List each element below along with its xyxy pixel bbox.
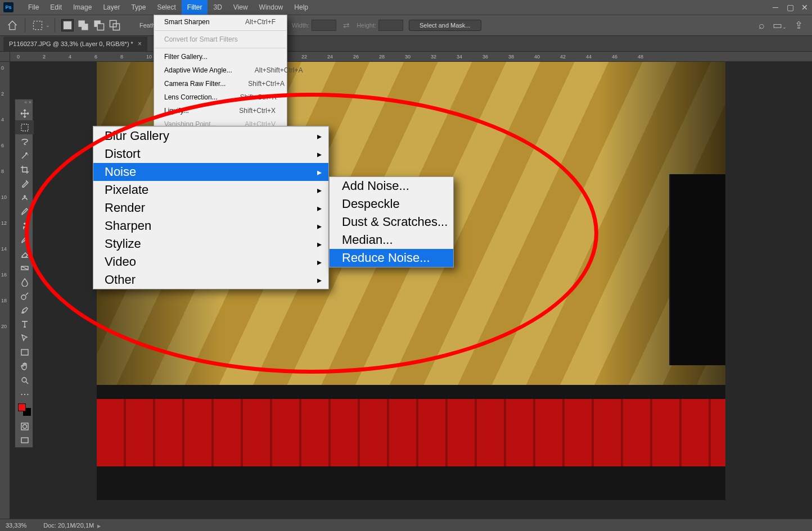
share-icon[interactable]: ⇪ <box>795 19 803 31</box>
document-info[interactable]: Doc: 20,1M/20,1M <box>43 522 101 529</box>
tool-eyedropper[interactable] <box>15 176 34 190</box>
menu-edit[interactable]: Edit <box>44 0 67 15</box>
tool-eraser[interactable] <box>15 247 34 261</box>
menu-item-distort[interactable]: Distort▸ <box>93 145 328 163</box>
svg-rect-5 <box>97 24 103 30</box>
screen-mode-icon[interactable] <box>15 433 34 447</box>
ruler-tick: 10 <box>146 54 152 60</box>
tool-dodge[interactable] <box>15 289 34 303</box>
tool-pen[interactable] <box>15 303 34 317</box>
ruler-tick: 6 <box>1 143 4 148</box>
menu-item-shortcut: Shift+Ctrl+X <box>239 107 276 115</box>
status-bar: 33,33% Doc: 20,1M/20,1M <box>0 519 812 531</box>
menu-type[interactable]: Type <box>125 0 151 15</box>
selection-new-icon[interactable] <box>61 19 74 31</box>
foreground-color-swatch[interactable] <box>18 403 26 411</box>
zoom-level[interactable]: 33,33% <box>6 522 26 529</box>
menu-item-video[interactable]: Video▸ <box>93 253 328 271</box>
edit-toolbar-icon[interactable]: ⋯ <box>15 387 34 401</box>
tool-zoom[interactable] <box>15 373 34 387</box>
menu-item-label: Other <box>105 273 136 287</box>
swap-dimensions-icon[interactable]: ⇄ <box>343 21 350 30</box>
menu-file[interactable]: File <box>22 0 44 15</box>
tool-brush[interactable] <box>15 205 34 219</box>
height-input[interactable] <box>378 20 403 31</box>
menu-item-label: Filter Gallery... <box>164 53 207 61</box>
svg-rect-13 <box>21 423 28 430</box>
selection-subtract-icon[interactable] <box>93 19 105 31</box>
menu-item-label: Smart Sharpen <box>164 18 210 26</box>
menu-item-pixelate[interactable]: Pixelate▸ <box>93 181 328 199</box>
ruler-tick: 20 <box>1 324 7 329</box>
menu-view[interactable]: View <box>228 0 254 15</box>
menu-item-label: Convert for Smart Filters <box>164 35 238 43</box>
menu-select[interactable]: Select <box>151 0 181 15</box>
tool-hand[interactable] <box>15 359 34 373</box>
tool-move[interactable] <box>15 106 34 120</box>
menu-item-adaptive-wide-angle[interactable]: Adaptive Wide Angle...Alt+Shift+Ctrl+A <box>154 63 287 77</box>
menu-item-lens-correction[interactable]: Lens Correction...Shift+Ctrl+R <box>154 90 287 104</box>
menu-help[interactable]: Help <box>288 0 314 15</box>
tool-gradient[interactable] <box>15 261 34 275</box>
menu-image[interactable]: Image <box>67 0 97 15</box>
menu-item-median[interactable]: Median... <box>330 231 453 249</box>
ruler-tick: 2 <box>1 91 4 97</box>
document-tab[interactable]: P1160237.JPG @ 33,3% (Layer 0, RGB/8*) *… <box>3 37 147 51</box>
ruler-tick: 22 <box>301 54 307 60</box>
submenu-arrow-icon: ▸ <box>317 131 322 142</box>
menu-item-other[interactable]: Other▸ <box>93 271 328 289</box>
tool-crop[interactable] <box>15 162 34 176</box>
tool-magic-wand[interactable] <box>15 148 34 162</box>
document-tab-bar: P1160237.JPG @ 33,3% (Layer 0, RGB/8*) *… <box>0 36 812 52</box>
tool-lasso[interactable] <box>15 134 34 148</box>
home-icon[interactable] <box>6 19 19 31</box>
menu-item-stylize[interactable]: Stylize▸ <box>93 235 328 253</box>
tool-rectangle[interactable] <box>15 345 34 359</box>
marquee-preset-icon[interactable] <box>31 19 44 31</box>
menu-item-render[interactable]: Render▸ <box>93 199 328 217</box>
tool-history-brush[interactable] <box>15 233 34 247</box>
tool-path-select[interactable] <box>15 331 34 345</box>
menu-item-label: Lens Correction... <box>164 93 218 101</box>
menu-window[interactable]: Window <box>254 0 289 15</box>
tool-clone[interactable] <box>15 219 34 233</box>
close-icon[interactable]: × <box>138 40 142 48</box>
menu-item-filter-gallery[interactable]: Filter Gallery... <box>154 50 287 63</box>
menu-item-liquify[interactable]: Liquify...Shift+Ctrl+X <box>154 104 287 117</box>
tool-spot-heal[interactable] <box>15 190 34 205</box>
menu-item-camera-raw-filter[interactable]: Camera Raw Filter...Shift+Ctrl+A <box>154 77 287 90</box>
selection-intersect-icon[interactable] <box>109 19 121 31</box>
menu-item-blur-gallery[interactable]: Blur Gallery▸ <box>93 127 328 145</box>
menu-item-convert-smart-filters: Convert for Smart Filters <box>154 33 287 46</box>
tool-marquee[interactable] <box>15 120 34 134</box>
selection-add-icon[interactable] <box>77 19 89 31</box>
search-icon[interactable]: ⌕ <box>759 20 765 31</box>
tool-type[interactable] <box>15 317 34 331</box>
menu-item-dust-scratches[interactable]: Dust & Scratches... <box>330 213 453 231</box>
menu-item-sharpen[interactable]: Sharpen▸ <box>93 217 328 235</box>
color-swatches[interactable] <box>15 401 34 419</box>
workspace-switcher-icon[interactable]: ▭⌄ <box>773 19 787 31</box>
menu-item-despeckle[interactable]: Despeckle <box>330 195 453 213</box>
ruler-tick: 4 <box>69 54 71 60</box>
width-input[interactable] <box>312 20 336 31</box>
tool-blur[interactable] <box>15 275 34 289</box>
menu-3d[interactable]: 3D <box>207 0 227 15</box>
select-and-mask-button[interactable]: Select and Mask... <box>409 20 481 31</box>
menu-item-noise[interactable]: Noise▸ <box>93 163 328 181</box>
menu-item-add-noise[interactable]: Add Noise... <box>330 177 453 195</box>
app-icon: Ps <box>3 2 13 12</box>
ruler-tick: 38 <box>508 54 514 60</box>
menu-layer[interactable]: Layer <box>97 0 125 15</box>
ruler-tick: 10 <box>1 194 7 200</box>
menu-item-smart-sharpen[interactable]: Smart Sharpen Alt+Ctrl+F <box>154 15 287 29</box>
quick-mask-icon[interactable] <box>15 419 34 433</box>
svg-rect-11 <box>21 350 28 355</box>
panel-collapse-icon[interactable]: « × <box>24 99 31 106</box>
window-close-icon[interactable]: ✕ <box>797 0 812 15</box>
menu-item-reduce-noise[interactable]: Reduce Noise... <box>330 249 453 267</box>
window-maximize-icon[interactable]: ▢ <box>783 0 797 15</box>
menu-filter[interactable]: Filter <box>182 0 208 15</box>
submenu-arrow-icon: ▸ <box>317 275 322 285</box>
window-minimize-icon[interactable]: ─ <box>768 0 783 15</box>
